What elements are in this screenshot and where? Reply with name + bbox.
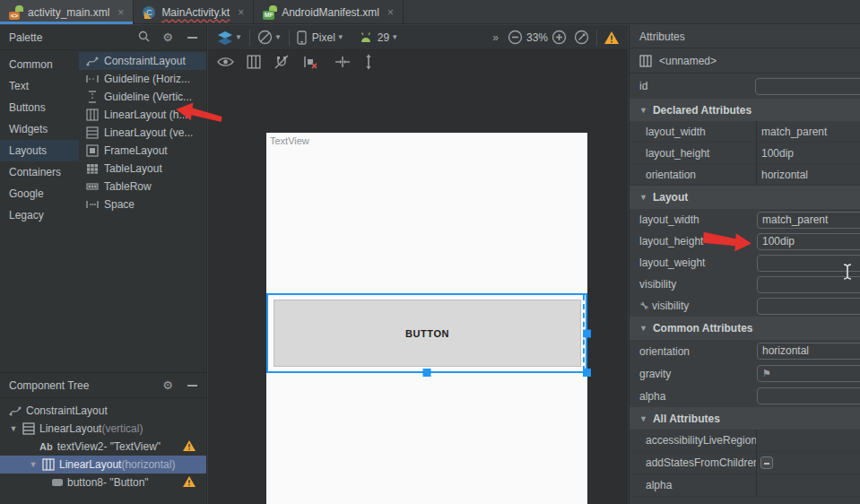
section-layout[interactable]: ▼ Layout <box>630 186 860 209</box>
tab-androidmanifest-xml[interactable]: MF AndroidManifest.xml × <box>254 0 404 24</box>
tools-visibility-input[interactable] <box>757 298 860 315</box>
warnings-button[interactable] <box>604 31 619 44</box>
surface-toolbar <box>208 50 628 75</box>
api-selector[interactable]: 29 ▼ <box>359 31 398 44</box>
kotlin-class-file-icon: C <box>143 5 157 20</box>
palette-item-guideline-horizontal[interactable]: Guideline (Horiz... <box>79 70 206 88</box>
attr-row: visibility <box>630 274 860 295</box>
category-google[interactable]: Google <box>0 183 79 204</box>
tree-row-linearlayout-vertical[interactable]: ▼ LinearLayout(vertical) <box>0 420 206 438</box>
layout-width-input[interactable]: match_parent <box>757 212 860 229</box>
tree-row-constraintlayout[interactable]: ConstraintLayout <box>0 402 206 420</box>
section-declared-attributes[interactable]: ▼ Declared Attributes <box>630 99 860 121</box>
category-layouts[interactable]: Layouts <box>0 140 79 161</box>
clear-constraints-button[interactable] <box>302 55 318 72</box>
selected-linearlayout[interactable]: BUTTON <box>266 293 587 373</box>
category-widgets[interactable]: Widgets <box>0 118 79 140</box>
palette-item-tablelayout[interactable]: TableLayout <box>79 160 206 178</box>
gear-icon[interactable]: ⚙ <box>162 30 173 44</box>
warning-icon <box>183 476 195 490</box>
palette-item-tablerow[interactable]: TableRow <box>79 178 206 196</box>
component-name: <unnamed> <box>659 55 717 67</box>
palette-item-linearlayout-vertical[interactable]: LinearLayout (ve... <box>79 124 206 142</box>
layout-height-input[interactable]: 100dip <box>757 233 860 250</box>
linearlayout-columns-icon <box>247 55 261 69</box>
category-legacy[interactable]: Legacy <box>0 204 79 226</box>
autoconnect-off-button[interactable] <box>274 54 290 73</box>
android-icon <box>359 32 373 43</box>
device-screen[interactable]: TextView BUTTON <box>266 133 587 504</box>
palette-item-constraintlayout[interactable]: ConstraintLayout <box>79 52 206 70</box>
layers-icon <box>217 30 233 45</box>
orientation-button[interactable]: ▼ <box>257 30 282 45</box>
zoom-out-button[interactable] <box>508 30 523 45</box>
expand-collapse-icon[interactable]: ▼ <box>29 460 38 469</box>
default-margins-button[interactable] <box>334 56 351 71</box>
tree-row-textview2[interactable]: Ab textView2- "TextView" <box>0 438 206 456</box>
flag-icon[interactable]: ⚑ <box>762 368 771 378</box>
tree-row-linearlayout-horizontal[interactable]: ▼ LinearLayout(horizontal) <box>0 456 206 474</box>
category-buttons[interactable]: Buttons <box>0 97 79 118</box>
close-tab-icon[interactable]: × <box>387 6 394 19</box>
close-tab-icon[interactable]: × <box>117 6 124 19</box>
collapse-icon: ▼ <box>639 106 647 115</box>
alpha-input[interactable] <box>757 387 860 404</box>
expand-collapse-icon[interactable]: ▼ <box>9 424 18 433</box>
palette-item-space[interactable]: Space <box>79 196 206 213</box>
category-text[interactable]: Text <box>0 75 79 97</box>
tab-mainactivity-kt[interactable]: C MainActivity.kt × <box>134 0 254 24</box>
tree-row-button8[interactable]: button8- "Button" <box>0 474 206 491</box>
section-common-attributes[interactable]: ▼ Common Attributes <box>630 317 860 340</box>
orientation-input[interactable]: horizontal <box>757 343 860 360</box>
gravity-input[interactable]: ⚑ <box>757 365 860 382</box>
palette-header: Palette ⚙ <box>0 25 206 50</box>
red-arrow-layout-height <box>699 231 753 255</box>
canvas-textview[interactable]: TextView <box>270 135 309 146</box>
clear-constraints-icon <box>302 55 318 69</box>
palette-item-framelayout[interactable]: FrameLayout <box>79 142 206 160</box>
section-all-attributes[interactable]: ▼ All Attributes <box>630 407 860 430</box>
pan-vertical-button[interactable] <box>363 54 374 73</box>
gear-icon[interactable]: ⚙ <box>162 378 173 392</box>
id-input[interactable] <box>755 78 860 95</box>
zoom-to-fit-button[interactable] <box>574 30 589 45</box>
device-selector[interactable]: Pixel ▼ <box>297 30 344 45</box>
close-tab-icon[interactable]: × <box>238 6 244 19</box>
search-icon[interactable] <box>138 30 150 45</box>
tab-label: activity_main.xml <box>28 6 109 19</box>
view-options-button[interactable] <box>217 56 234 70</box>
chevron-down-icon: ▼ <box>337 33 344 41</box>
attr-value[interactable]: 100dip <box>757 147 794 160</box>
category-common[interactable]: Common <box>0 54 79 75</box>
resize-handle-bottom-right[interactable] <box>583 369 591 377</box>
tab-activity-main-xml[interactable]: <> activity_main.xml × <box>0 0 134 24</box>
palette-panel: Palette ⚙ Common Text Buttons Widgets La… <box>0 25 207 372</box>
tablelayout-icon <box>86 162 99 175</box>
category-containers[interactable]: Containers <box>0 161 79 183</box>
hide-panel-icon[interactable] <box>187 385 197 387</box>
toolbar-overflow[interactable]: » <box>492 31 499 44</box>
zoom-in-icon <box>552 30 567 45</box>
vertical-arrows-icon <box>363 54 374 70</box>
attributes-panel: Attributes <unnamed> id ▼ Declared Attri… <box>629 25 860 504</box>
design-surface: ▼ ▼ Pixel ▼ 29 ▼ » 33% <box>208 25 628 504</box>
attr-value[interactable]: match_parent <box>757 126 827 138</box>
checkbox-indeterminate[interactable] <box>760 456 773 469</box>
orientation-variant-button[interactable] <box>247 55 261 72</box>
canvas-button[interactable]: BUTTON <box>274 300 581 367</box>
constraintlayout-icon <box>9 404 22 417</box>
design-mode-button[interactable]: ▼ <box>217 30 242 45</box>
hide-panel-icon[interactable] <box>187 37 197 39</box>
chevron-down-icon: ▼ <box>274 33 282 41</box>
button-icon <box>52 479 63 486</box>
attr-value[interactable]: horizontal <box>757 169 808 181</box>
palette-category-list: Common Text Buttons Widgets Layouts Cont… <box>0 50 79 371</box>
selected-component-row: <unnamed> <box>630 48 860 74</box>
framelayout-icon <box>86 144 99 157</box>
guideline-horizontal-icon <box>86 73 99 85</box>
resize-handle-right[interactable] <box>583 329 591 337</box>
zoom-in-button[interactable] <box>552 30 567 45</box>
linearlayout-horizontal-icon <box>86 109 99 121</box>
attr-row: addStatesFromChildren <box>630 452 860 474</box>
resize-handle-bottom[interactable] <box>423 369 431 377</box>
